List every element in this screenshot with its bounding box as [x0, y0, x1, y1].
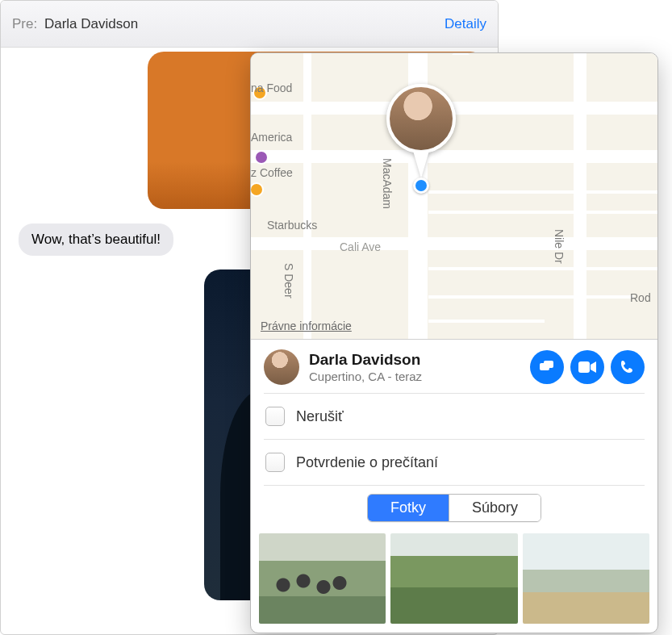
photo-thumbnail[interactable] — [390, 533, 517, 624]
svg-rect-1 — [544, 361, 553, 368]
tab-photos[interactable]: Fotky — [368, 495, 449, 521]
details-button[interactable]: Detaily — [445, 16, 486, 32]
read-receipt-checkbox[interactable] — [265, 453, 285, 472]
contact-row: Darla Davidson Cupertino, CA - teraz — [251, 340, 657, 393]
map-location-dot — [413, 178, 429, 194]
photo-thumbnail[interactable] — [259, 533, 386, 624]
received-message[interactable]: Wow, that’s beautiful! — [19, 224, 173, 256]
contact-location-time: Cupertino, CA - teraz — [309, 370, 520, 383]
video-icon — [578, 361, 596, 373]
recipient-name[interactable]: Darla Davidson — [44, 16, 138, 31]
avatar[interactable] — [264, 349, 299, 385]
audio-call-button[interactable] — [611, 350, 645, 384]
to-label: Pre: — [12, 16, 37, 31]
header-recipient: Pre: Darla Davidson — [12, 16, 138, 32]
map-label-rod: Rod — [630, 291, 651, 304]
contact-name: Darla Davidson — [309, 351, 520, 369]
location-map[interactable]: na Food America z Coffee Starbucks Cali … — [251, 53, 657, 340]
phone-icon — [620, 360, 635, 374]
map-label-nile: Nile Dr — [553, 229, 566, 264]
photo-thumbnail[interactable] — [523, 533, 649, 624]
contact-text: Darla Davidson Cupertino, CA - teraz — [309, 351, 520, 383]
svg-rect-2 — [578, 361, 590, 373]
do-not-disturb-row[interactable]: Nerušiť — [251, 394, 657, 439]
map-avatar — [386, 84, 456, 153]
map-label-deer: S Deer — [282, 263, 295, 299]
map-label-starbucks: Starbucks — [267, 219, 317, 232]
read-receipt-label: Potvrdenie o prečítaní — [296, 454, 438, 471]
map-legal-link[interactable]: Právne informácie — [261, 320, 352, 332]
attachments-photo-grid — [251, 533, 657, 624]
svg-marker-3 — [591, 361, 596, 373]
details-popover: na Food America z Coffee Starbucks Cali … — [250, 52, 658, 633]
read-receipt-row[interactable]: Potvrdenie o prečítaní — [251, 440, 657, 485]
map-label-america: America — [251, 131, 292, 144]
map-label-food: na Food — [251, 81, 292, 94]
contact-actions — [530, 350, 645, 384]
screen-share-button[interactable] — [530, 350, 564, 384]
map-label-cali: Cali Ave — [340, 240, 381, 253]
video-call-button[interactable] — [570, 350, 604, 384]
attachments-segmented-control: Fotky Súbory — [251, 486, 657, 533]
conversation-header: Pre: Darla Davidson Detaily — [1, 1, 498, 48]
tab-files[interactable]: Súbory — [449, 495, 541, 521]
map-label-coffee: z Coffee — [251, 166, 293, 179]
screen-share-icon — [539, 360, 555, 374]
dnd-checkbox[interactable] — [265, 407, 285, 426]
dnd-label: Nerušiť — [296, 408, 344, 425]
map-contact-pin[interactable] — [386, 84, 456, 181]
